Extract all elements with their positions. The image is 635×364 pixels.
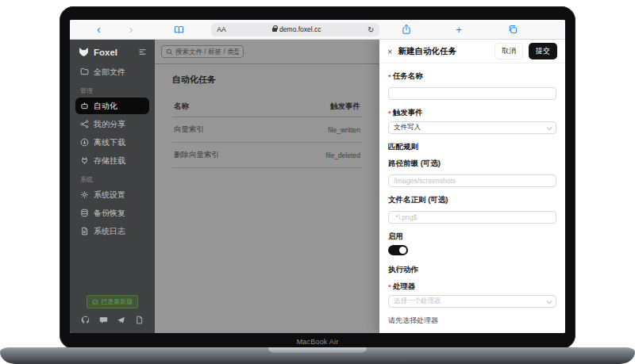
sidebar-item-system-settings[interactable]: 系统设置 <box>75 186 149 203</box>
sidebar-item-label: 备份恢复 <box>94 208 125 219</box>
page-title: 自动化任务 <box>172 74 362 86</box>
table-header: 名称 触发事件 <box>172 97 362 117</box>
site-url: demo.foxel.cc <box>272 25 321 33</box>
database-icon <box>80 209 89 217</box>
drawer-title: 新建自动化任务 <box>398 46 489 57</box>
path-prefix-input[interactable] <box>388 174 556 187</box>
reload-icon[interactable]: ↻ <box>368 25 374 34</box>
task-name-label: * 任务名称 <box>388 71 556 82</box>
foxel-logo-icon <box>79 47 89 57</box>
sidebar-item-system-logs[interactable]: 系统日志 <box>75 223 149 239</box>
trigger-event-cell: file_written <box>328 126 360 134</box>
main-content: 自动化任务 名称 触发事件 向量索引 file_written 删除向量索引 f… <box>155 40 379 333</box>
automation-panel: 自动化任务 名称 触发事件 向量索引 file_written 删除向量索引 f… <box>155 64 379 168</box>
match-rules-section-label: 匹配规则 <box>388 142 556 152</box>
processor-hint: 请先选择处理器 <box>388 316 556 326</box>
search-icon <box>166 48 173 56</box>
version-badge[interactable]: 已是最新版 <box>87 295 138 308</box>
sidebar-item-backup-restore[interactable]: 备份恢复 <box>75 205 149 221</box>
sidebar: Foxel 全部文件 管理 <box>70 40 155 333</box>
table-row[interactable]: 向量索引 file_written <box>172 117 362 143</box>
forward-icon[interactable]: › <box>129 24 133 35</box>
drawer-form: * 任务名称 * 触发事件 文件写入 匹配规则 路径前缀 (可选) <box>379 63 565 333</box>
required-mark: * <box>388 109 391 117</box>
browser-toolbar: ‹ › AA demo.foxel.cc ↻ <box>70 20 565 40</box>
lock-icon <box>272 28 277 32</box>
sidebar-item-label: 自动化 <box>94 101 117 112</box>
sidebar-item-all-files[interactable]: 全部文件 <box>75 63 149 80</box>
sidebar-section-manage: 管理 <box>70 81 155 97</box>
sidebar-item-label: 存储挂载 <box>94 155 125 167</box>
document-icon[interactable] <box>135 316 144 324</box>
trigger-event-label: * 触发事件 <box>388 108 556 118</box>
column-trigger-event: 触发事件 <box>330 102 360 112</box>
trigger-event-value: 文件写入 <box>394 123 421 132</box>
sidebar-item-label: 全部文件 <box>94 67 125 78</box>
search-input[interactable] <box>175 48 239 56</box>
sidebar-footer <box>70 316 155 333</box>
telegram-icon[interactable] <box>117 316 125 324</box>
table-row[interactable]: 删除向量索引 file_deleted <box>172 143 362 168</box>
sidebar-item-offline-download[interactable]: 离线下载 <box>75 134 149 151</box>
trigger-event-select[interactable]: 文件写入 <box>388 121 556 134</box>
processor-select[interactable]: 选择一个处理器 <box>388 295 556 308</box>
github-icon[interactable] <box>81 316 90 324</box>
cancel-button[interactable]: 取消 <box>495 43 523 59</box>
new-task-drawer: × 新建自动化任务 取消 提交 * 任务名称 * 触发事件 <box>379 40 565 333</box>
close-icon[interactable]: × <box>387 47 392 56</box>
search-box[interactable] <box>161 45 244 58</box>
submit-button[interactable]: 提交 <box>529 43 557 59</box>
required-mark: * <box>388 282 391 291</box>
filename-regex-label: 文件名正则 (可选) <box>388 195 556 205</box>
column-name: 名称 <box>174 102 189 112</box>
task-name-cell: 向量索引 <box>174 125 204 135</box>
log-file-icon <box>80 227 89 236</box>
chevron-down-icon <box>547 125 552 130</box>
download-icon <box>80 138 89 147</box>
brand-name: Foxel <box>94 48 138 57</box>
sidebar-item-automation[interactable]: 自动化 <box>75 98 149 114</box>
sidebar-item-label: 系统日志 <box>94 226 125 237</box>
sidebar-collapse-icon[interactable] <box>138 48 147 56</box>
drawer-header: × 新建自动化任务 取消 提交 <box>379 40 565 63</box>
required-mark: * <box>388 72 391 81</box>
device-label: MacBook Air <box>60 338 575 346</box>
folder-icon <box>80 67 89 76</box>
enabled-label: 启用 <box>388 232 556 242</box>
page-viewport: Foxel 全部文件 管理 <box>70 40 565 333</box>
sidebar-item-storage-mount[interactable]: 存储挂载 <box>75 152 149 169</box>
sidebar-item-label: 系统设置 <box>94 190 125 201</box>
chevron-down-icon <box>547 298 552 304</box>
back-icon[interactable]: ‹ <box>97 24 101 35</box>
bot-icon <box>80 102 89 110</box>
sidebar-section-system: 系统 <box>70 170 155 186</box>
gear-icon <box>80 190 89 199</box>
enabled-toggle[interactable] <box>388 245 408 255</box>
reader-aa-button[interactable]: AA <box>217 25 225 33</box>
browser-window: ‹ › AA demo.foxel.cc ↻ <box>70 20 565 333</box>
macbook-mockup: ‹ › AA demo.foxel.cc ↻ <box>0 0 635 364</box>
tabs-icon[interactable] <box>508 25 518 34</box>
version-badge-label: 已是最新版 <box>101 297 133 306</box>
path-prefix-label: 路径前缀 (可选) <box>388 159 556 169</box>
filename-regex-input[interactable] <box>388 211 556 224</box>
share-nodes-icon <box>80 120 89 128</box>
sidebar-item-label: 我的分享 <box>94 119 125 130</box>
sidebar-item-label: 离线下载 <box>94 137 125 148</box>
processor-label: * 处理器 <box>388 282 556 292</box>
sidebar-item-my-shares[interactable]: 我的分享 <box>75 116 149 132</box>
chat-icon[interactable] <box>99 316 108 324</box>
mount-plug-icon <box>80 156 89 165</box>
laptop-notch <box>268 347 367 353</box>
sidebar-header: Foxel <box>70 40 155 63</box>
processor-placeholder: 选择一个处理器 <box>394 297 441 306</box>
main-topbar <box>155 40 379 64</box>
address-bar[interactable]: AA demo.foxel.cc ↻ <box>211 23 379 36</box>
task-name-input[interactable] <box>388 87 556 100</box>
share-icon[interactable] <box>402 24 411 35</box>
trigger-event-cell: file_deleted <box>326 151 360 159</box>
new-tab-icon[interactable]: + <box>456 24 462 36</box>
action-section-label: 执行动作 <box>388 265 556 275</box>
task-name-cell: 删除向量索引 <box>174 150 219 160</box>
reading-list-icon[interactable] <box>174 25 184 34</box>
